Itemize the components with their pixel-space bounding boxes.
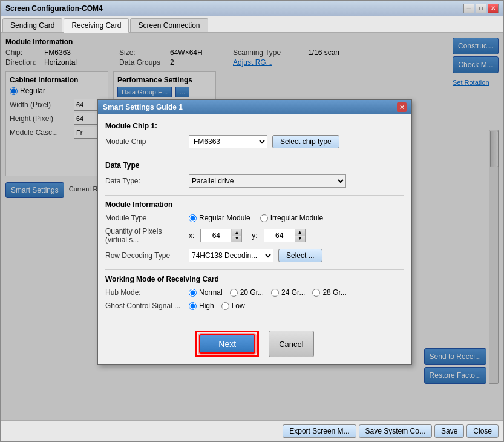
x-spin-down[interactable]: ▼ bbox=[232, 236, 241, 242]
ghost-control-row: Ghost Control Signal ... High Low bbox=[105, 302, 404, 310]
modal-close-button[interactable]: ✕ bbox=[397, 102, 407, 112]
export-screen-button[interactable]: Export Screen M... bbox=[283, 424, 356, 438]
module-chip-row: Module Chip FM6363 Select chip type bbox=[105, 135, 404, 148]
quantity-label: Quantity of Pixels (virtual s... bbox=[105, 227, 184, 244]
working-mode-section: Working Mode of Receiving Card Hub Mode:… bbox=[105, 275, 404, 310]
x-spin-up[interactable]: ▲ bbox=[232, 229, 241, 236]
module-chip-header: Module Chip 1: bbox=[105, 122, 404, 130]
normal-radio-label[interactable]: Normal bbox=[189, 288, 223, 297]
gr24-radio-label[interactable]: 24 Gr... bbox=[271, 288, 305, 297]
y-label: y: bbox=[252, 231, 257, 240]
regular-module-radio[interactable] bbox=[189, 214, 197, 222]
hub-mode-row: Hub Mode: Normal 20 Gr... bbox=[105, 288, 404, 297]
module-type-row: Module Type Regular Module Irregular Mod… bbox=[105, 214, 404, 222]
hub-mode-radio-group: Normal 20 Gr... 24 Gr... bbox=[189, 288, 347, 297]
irregular-module-radio-label[interactable]: Irregular Module bbox=[260, 214, 323, 222]
main-content: Module Information Chip: FM6363 Size: 64… bbox=[1, 33, 503, 420]
divider-2 bbox=[105, 195, 404, 196]
tab-screen-connection[interactable]: Screen Connection bbox=[130, 18, 208, 32]
gr20-radio-label[interactable]: 20 Gr... bbox=[230, 288, 264, 297]
high-radio-label[interactable]: High bbox=[189, 302, 214, 310]
save-button[interactable]: Save bbox=[434, 424, 464, 438]
y-spinner: ▲ ▼ bbox=[264, 229, 306, 242]
high-label: High bbox=[199, 302, 214, 310]
tab-receiving-card[interactable]: Receiving Card bbox=[64, 18, 129, 33]
module-type-label: Module Type bbox=[105, 214, 184, 222]
gr28-radio[interactable] bbox=[312, 289, 320, 297]
normal-radio[interactable] bbox=[189, 289, 197, 297]
modal-body: Module Chip 1: Module Chip FM6363 Select… bbox=[98, 114, 411, 325]
module-chip-section: Module Chip 1: Module Chip FM6363 Select… bbox=[105, 122, 404, 148]
modal-module-info-section: Module Information Module Type Regular M… bbox=[105, 200, 404, 262]
regular-module-radio-label[interactable]: Regular Module bbox=[189, 214, 250, 222]
low-radio-label[interactable]: Low bbox=[221, 302, 245, 310]
close-button-bottom[interactable]: Close bbox=[466, 424, 499, 438]
modal-title-bar: Smart Settings Guide 1 ✕ bbox=[98, 100, 411, 114]
x-label: x: bbox=[189, 231, 194, 240]
restore-button[interactable]: □ bbox=[476, 4, 486, 13]
tab-sending-card[interactable]: Sending Card bbox=[2, 18, 62, 32]
data-type-row: Data Type: Parallel drive bbox=[105, 174, 404, 188]
x-spin-buttons: ▲ ▼ bbox=[231, 229, 241, 242]
low-radio[interactable] bbox=[221, 302, 229, 310]
regular-module-label: Regular Module bbox=[199, 214, 250, 222]
gr20-label: 20 Gr... bbox=[240, 288, 264, 297]
module-type-radio-group: Regular Module Irregular Module bbox=[189, 214, 323, 222]
modal-module-info-header: Module Information bbox=[105, 200, 404, 209]
row-decoding-select-button[interactable]: Select ... bbox=[278, 249, 322, 262]
close-button[interactable]: ✕ bbox=[488, 4, 499, 13]
title-bar: Screen Configuration-COM4 ─ □ ✕ bbox=[1, 1, 503, 16]
next-button[interactable]: Next bbox=[199, 334, 255, 354]
gr24-radio[interactable] bbox=[271, 289, 279, 297]
data-type-section: Data Type Data Type: Parallel drive bbox=[105, 161, 404, 188]
data-type-header: Data Type bbox=[105, 161, 404, 170]
modal-footer: Next Cancel bbox=[98, 325, 411, 364]
y-spin-buttons: ▲ ▼ bbox=[295, 229, 305, 242]
ghost-control-label: Ghost Control Signal ... bbox=[105, 302, 184, 310]
hub-mode-label: Hub Mode: bbox=[105, 288, 184, 297]
quantity-pixels-row: Quantity of Pixels (virtual s... x: ▲ ▼ … bbox=[105, 227, 404, 244]
gr20-radio[interactable] bbox=[230, 289, 238, 297]
module-chip-label: Module Chip bbox=[105, 137, 184, 146]
working-mode-header: Working Mode of Receiving Card bbox=[105, 275, 404, 283]
gr28-radio-label[interactable]: 28 Gr... bbox=[312, 288, 346, 297]
row-decoding-label: Row Decoding Type bbox=[105, 251, 184, 260]
modal-overlay: Smart Settings Guide 1 ✕ Module Chip 1: … bbox=[1, 33, 503, 420]
divider-3 bbox=[105, 269, 404, 270]
ghost-control-radio-group: High Low bbox=[189, 302, 245, 310]
y-input[interactable] bbox=[264, 229, 295, 242]
divider-1 bbox=[105, 156, 404, 156]
next-button-highlight: Next bbox=[195, 331, 259, 357]
data-type-label: Data Type: bbox=[105, 177, 184, 185]
module-chip-select[interactable]: FM6363 bbox=[189, 135, 267, 148]
x-input[interactable] bbox=[201, 229, 231, 242]
irregular-module-label: Irregular Module bbox=[270, 214, 323, 222]
minimize-button[interactable]: ─ bbox=[463, 4, 474, 13]
main-window: Screen Configuration-COM4 ─ □ ✕ Sending … bbox=[0, 0, 504, 442]
bottom-bar: Export Screen M... Save System Co... Sav… bbox=[1, 420, 503, 441]
y-spin-up[interactable]: ▲ bbox=[295, 229, 305, 236]
low-label: Low bbox=[232, 302, 245, 310]
normal-label: Normal bbox=[199, 288, 223, 297]
cancel-button[interactable]: Cancel bbox=[269, 331, 313, 357]
window-title: Screen Configuration-COM4 bbox=[5, 4, 103, 13]
modal-title: Smart Settings Guide 1 bbox=[103, 103, 183, 111]
irregular-module-radio[interactable] bbox=[260, 214, 268, 222]
row-decoding-select[interactable]: 74HC138 Decodin... bbox=[189, 249, 273, 262]
save-system-button[interactable]: Save System Co... bbox=[359, 424, 432, 438]
select-chip-type-button[interactable]: Select chip type bbox=[272, 135, 339, 148]
row-decoding-row: Row Decoding Type 74HC138 Decodin... Sel… bbox=[105, 249, 404, 262]
gr28-label: 28 Gr... bbox=[322, 288, 346, 297]
high-radio[interactable] bbox=[189, 302, 197, 310]
y-spin-down[interactable]: ▼ bbox=[295, 236, 305, 242]
x-spinner: ▲ ▼ bbox=[200, 229, 242, 242]
smart-settings-modal: Smart Settings Guide 1 ✕ Module Chip 1: … bbox=[97, 99, 412, 365]
data-type-select[interactable]: Parallel drive bbox=[189, 174, 346, 188]
tab-bar: Sending Card Receiving Card Screen Conne… bbox=[1, 16, 503, 33]
gr24-label: 24 Gr... bbox=[281, 288, 305, 297]
window-controls: ─ □ ✕ bbox=[463, 4, 499, 13]
